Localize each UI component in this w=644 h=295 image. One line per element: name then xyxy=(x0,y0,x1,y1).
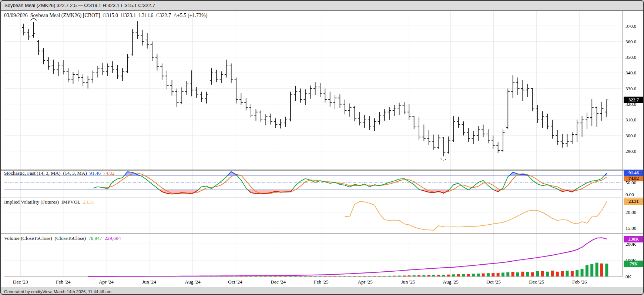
svg-text:350.0: 350.0 xyxy=(625,54,636,60)
window-title: Soybean Meal (ZMK26) 322.7 2.5 — O:319.1… xyxy=(1,1,643,11)
svg-text:Dec '25: Dec '25 xyxy=(529,279,544,285)
svg-text:Apr '24: Apr '24 xyxy=(99,279,114,285)
svg-text:290.0: 290.0 xyxy=(625,148,636,154)
svg-text:0.00: 0.00 xyxy=(625,192,634,197)
stochastic-name: Stochastic, Fast (14, 3, MA) xyxy=(4,170,61,176)
volume-line-value: 229,694 xyxy=(105,235,121,241)
volume-bars-value: 78,947 xyxy=(88,235,102,241)
chart-canvas[interactable]: Dec '23Feb '24Apr '24Jun '24Aug '24Oct '… xyxy=(1,11,643,288)
impvol-badge: 23.31 xyxy=(624,198,644,205)
volume-line-badge: 230K xyxy=(624,236,644,242)
svg-text:20.00: 20.00 xyxy=(625,209,636,215)
open-label: O xyxy=(103,13,106,18)
svg-text:330.0: 330.0 xyxy=(625,86,636,91)
delta-value: +5.5 (+1.73%) xyxy=(177,13,207,18)
quote-info-line: 03/09/2026 Soybean Meal (ZMK26) [CBOT] O… xyxy=(4,13,207,19)
close-label: C xyxy=(156,13,159,18)
svg-text:310.0: 310.0 xyxy=(625,117,636,123)
svg-text:Dec '24: Dec '24 xyxy=(271,279,286,285)
svg-text:300.0: 300.0 xyxy=(625,133,636,138)
stochastic-d-value: 74.82 xyxy=(103,170,114,176)
stochastic-k-value: 91.46 xyxy=(90,170,101,176)
last-price-badge: 322.7 xyxy=(624,97,644,103)
status-bar: Generated by cmdtyView, March 14th 2026,… xyxy=(1,288,643,295)
quote-instrument: Soybean Meal (ZMK26) [CBOT] xyxy=(30,13,100,18)
delta-icon: Δ xyxy=(174,13,177,18)
stochastic-panel-label: Stochastic, Fast (14, 3, MA) (14, 3, MA)… xyxy=(4,170,114,176)
svg-text:Feb '24: Feb '24 xyxy=(56,279,71,285)
low-label: L xyxy=(139,13,142,18)
svg-text:Jun '25: Jun '25 xyxy=(401,279,415,285)
svg-text:Dec '23: Dec '23 xyxy=(13,279,28,285)
svg-text:360.0: 360.0 xyxy=(625,39,636,44)
quote-date: 03/09/2026 xyxy=(4,13,28,18)
svg-text:Aug '25: Aug '25 xyxy=(443,279,459,285)
impvol-value: 23.31 xyxy=(83,199,94,205)
volume-panel-label: Volume (CloseToClose) (CloseToClose) 78,… xyxy=(4,235,121,241)
impvol-code: IMPVOL xyxy=(61,199,81,205)
svg-text:Oct '24: Oct '24 xyxy=(228,279,242,285)
impvol-panel-label: Implied Volatility (Futures) IMPVOL 23.3… xyxy=(4,199,94,205)
stochastic-k-badge: 91.46 xyxy=(624,170,644,176)
svg-text:370.0: 370.0 xyxy=(625,23,636,29)
svg-text:340.0: 340.0 xyxy=(625,70,636,76)
svg-text:Feb '26: Feb '26 xyxy=(572,279,587,285)
chart-window: Soybean Meal (ZMK26) 322.7 2.5 — O:319.1… xyxy=(0,0,644,295)
svg-text:Aug '24: Aug '24 xyxy=(185,279,201,285)
high-value: 323.1 xyxy=(124,13,136,18)
stochastic-d-badge: 74.82 xyxy=(624,176,644,181)
volume-params: (CloseToClose) xyxy=(54,235,86,241)
close-value: 322.7 xyxy=(160,13,171,18)
svg-text:Apr '25: Apr '25 xyxy=(358,279,373,285)
volume-name: Volume (CloseToClose) xyxy=(4,235,52,241)
open-value: 315.0 xyxy=(106,13,118,18)
svg-text:15.00: 15.00 xyxy=(625,225,636,231)
svg-text:Feb '25: Feb '25 xyxy=(314,279,329,285)
svg-text:Oct '25: Oct '25 xyxy=(486,279,501,285)
stochastic-params: (14, 3, MA) xyxy=(63,170,87,176)
svg-text:0K: 0K xyxy=(625,274,632,279)
impvol-name: Implied Volatility (Futures) xyxy=(4,199,59,205)
svg-text:Jun '24: Jun '24 xyxy=(142,279,156,285)
high-label: H xyxy=(121,13,124,18)
chart-area: Dec '23Feb '24Apr '24Jun '24Aug '24Oct '… xyxy=(1,11,643,288)
low-value: 311.6 xyxy=(142,13,153,18)
volume-bars-badge: 79K xyxy=(624,261,644,267)
